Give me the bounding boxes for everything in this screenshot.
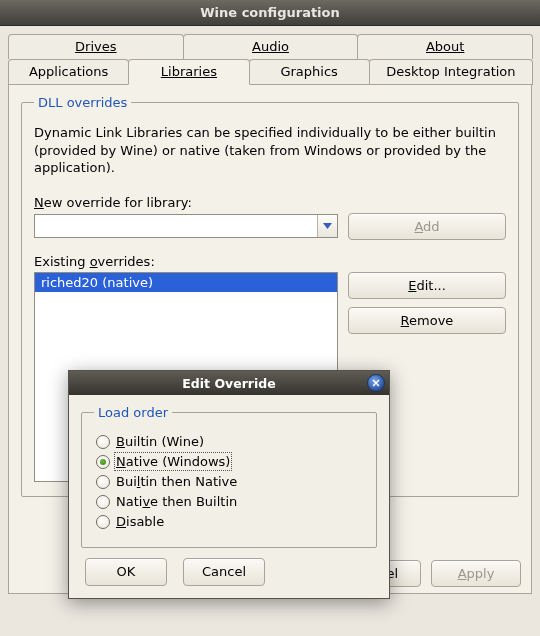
tab-drives[interactable]: Drives (8, 34, 184, 59)
radio-label: Native (Windows) (116, 454, 230, 469)
new-override-label: New override for library: (34, 195, 506, 210)
dialog-title: Edit Override (182, 376, 275, 391)
close-icon (372, 379, 380, 387)
load-order-legend: Load order (94, 405, 172, 420)
radio-label: Disable (116, 514, 164, 529)
edit-button[interactable]: Edit... (348, 272, 506, 299)
tab-audio[interactable]: Audio (183, 34, 359, 59)
new-override-input[interactable] (35, 215, 317, 237)
radio-label: Builtin then Native (116, 474, 237, 489)
radio-native-then-builtin[interactable]: Native then Builtin (94, 493, 364, 510)
radio-builtin[interactable]: Builtin (Wine) (94, 433, 364, 450)
apply-button[interactable]: Apply (431, 560, 521, 587)
radio-native[interactable]: Native (Windows) (94, 453, 364, 470)
radio-icon (96, 455, 110, 469)
remove-button[interactable]: Remove (348, 307, 506, 334)
radio-icon (96, 435, 110, 449)
tab-graphics[interactable]: Graphics (249, 59, 370, 85)
edit-override-dialog: Edit Override Load order Builtin (Wine) … (68, 370, 390, 599)
tab-row-1: Drives Audio About (8, 34, 532, 59)
radio-icon (96, 475, 110, 489)
dialog-cancel-button[interactable]: Cancel (183, 558, 265, 586)
list-item[interactable]: riched20 (native) (35, 273, 337, 292)
load-order-group: Load order Builtin (Wine) Native (Window… (81, 405, 377, 548)
tab-desktop-integration[interactable]: Desktop Integration (369, 59, 533, 85)
chevron-down-icon (323, 223, 332, 229)
dialog-ok-button[interactable]: OK (85, 558, 167, 586)
main-titlebar: Wine configuration (0, 0, 540, 26)
tab-about[interactable]: About (357, 34, 533, 59)
radio-icon (96, 515, 110, 529)
window-title: Wine configuration (200, 5, 340, 20)
radio-builtin-then-native[interactable]: Builtin then Native (94, 473, 364, 490)
radio-icon (96, 495, 110, 509)
add-button[interactable]: Add (348, 213, 506, 240)
close-button[interactable] (367, 374, 385, 392)
combo-dropdown-button[interactable] (317, 215, 337, 237)
existing-overrides-label: Existing overrides: (34, 254, 506, 269)
dll-overrides-description: Dynamic Link Libraries can be specified … (34, 124, 506, 177)
radio-label: Builtin (Wine) (116, 434, 204, 449)
svg-marker-0 (323, 223, 332, 229)
new-override-combo[interactable] (34, 214, 338, 238)
tab-applications[interactable]: Applications (8, 59, 129, 85)
dialog-titlebar[interactable]: Edit Override (69, 371, 389, 395)
tab-row-2: Applications Libraries Graphics Desktop … (8, 59, 532, 85)
dll-overrides-legend: DLL overrides (34, 95, 131, 110)
tab-libraries[interactable]: Libraries (128, 59, 249, 85)
radio-label: Native then Builtin (116, 494, 237, 509)
radio-disable[interactable]: Disable (94, 513, 364, 530)
new-override-row: Add (34, 213, 506, 240)
dialog-body: Load order Builtin (Wine) Native (Window… (69, 395, 389, 598)
dialog-button-row: OK Cancel (81, 558, 377, 586)
